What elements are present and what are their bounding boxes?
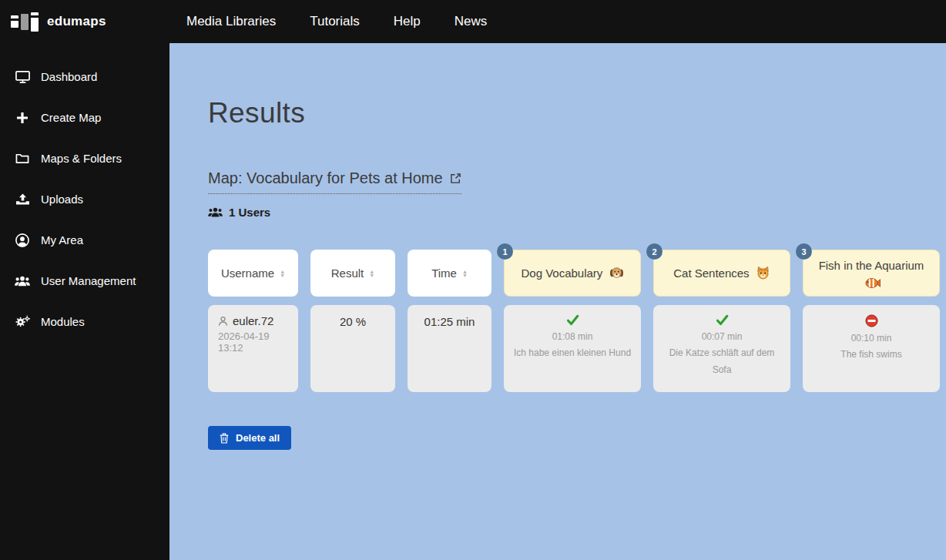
- brand-name: edumaps: [47, 14, 106, 29]
- task-time-value: 00:07 min: [702, 331, 743, 342]
- task-time-value: 01:08 min: [552, 331, 593, 342]
- delete-all-label: Delete all: [236, 432, 280, 444]
- map-link[interactable]: Map: Vocabulary for Pets at Home: [208, 169, 461, 194]
- sidebar-item-label: My Area: [41, 233, 83, 246]
- users-icon: [208, 206, 223, 218]
- sidebar-item-uploads[interactable]: Uploads: [0, 179, 169, 220]
- sort-icon: ▲ ▼: [462, 270, 468, 277]
- top-nav-menu: Media Libraries Tutorials Help News: [186, 0, 487, 43]
- task-answer-value: Die Katze schläft auf dem Sofa: [663, 344, 781, 378]
- task-title-label: Cat Sentences: [673, 267, 749, 280]
- sidebar-item-label: Create Map: [41, 111, 101, 124]
- brand-logo[interactable]: edumaps: [11, 0, 106, 43]
- check-icon: [716, 314, 729, 326]
- cat-emoji-icon: [756, 266, 770, 280]
- nav-item-news[interactable]: News: [455, 14, 488, 29]
- cell-task-2: 00:07 min Die Katze schläft auf dem Sofa: [653, 305, 790, 392]
- delete-all-button[interactable]: Delete all: [208, 426, 291, 450]
- nav-item-help[interactable]: Help: [394, 14, 421, 29]
- task-title-label: Dog Vocabulary: [521, 267, 602, 280]
- sidebar-item-label: Maps & Folders: [41, 152, 122, 165]
- cell-time: 01:25 min: [408, 305, 491, 392]
- cell-task-1: 01:08 min Ich habe einen kleinen Hund: [504, 305, 641, 392]
- column-header-task-2: 2 Cat Sentences: [653, 250, 790, 297]
- task-answer-value: Ich habe einen kleinen Hund: [514, 344, 631, 361]
- upload-icon: [14, 193, 31, 205]
- cell-username: euler.72 2026-04-19 13:12: [208, 305, 298, 392]
- fish-emoji-icon: [865, 277, 881, 289]
- results-table: Username ▲ ▼ Result ▲ ▼ Time ▲ ▼ 1 Dog V…: [208, 250, 940, 392]
- sort-icon: ▲ ▼: [280, 270, 285, 277]
- column-header-time[interactable]: Time ▲ ▼: [408, 250, 491, 297]
- no-entry-icon: [865, 314, 878, 327]
- sort-icon: ▲ ▼: [369, 270, 374, 277]
- cogs-icon: [14, 315, 31, 329]
- time-value: 01:25 min: [424, 315, 475, 328]
- edumaps-logo-icon: [11, 10, 39, 33]
- column-header-label: Time: [431, 267, 457, 280]
- task-number-badge: 3: [796, 243, 812, 260]
- sidebar: Dashboard Create Map Maps & Folders Uplo…: [0, 43, 169, 560]
- dog-emoji-icon: [609, 266, 624, 280]
- sidebar-item-dashboard[interactable]: Dashboard: [0, 56, 169, 97]
- dashboard-icon: [14, 70, 31, 84]
- task-time-value: 00:10 min: [851, 333, 892, 344]
- task-answer-value: The fish swims: [840, 346, 901, 363]
- sidebar-item-label: Dashboard: [41, 70, 97, 83]
- column-header-task-1: 1 Dog Vocabulary: [504, 250, 641, 297]
- nav-item-media-libraries[interactable]: Media Libraries: [186, 14, 276, 29]
- sidebar-item-label: Uploads: [41, 193, 83, 206]
- result-value: 20 %: [340, 315, 366, 328]
- cell-task-3: 00:10 min The fish swims: [803, 305, 940, 392]
- nav-item-tutorials[interactable]: Tutorials: [310, 14, 360, 29]
- sidebar-item-label: User Management: [41, 274, 136, 287]
- plus-icon: [14, 112, 31, 124]
- column-header-task-3: 3 Fish in the Aquarium: [803, 250, 940, 297]
- sidebar-item-label: Modules: [41, 315, 85, 328]
- sidebar-item-user-management[interactable]: User Management: [0, 260, 169, 301]
- users-summary-label: 1 Users: [229, 206, 270, 219]
- external-link-icon: [450, 173, 461, 184]
- column-header-username[interactable]: Username ▲ ▼: [208, 250, 298, 297]
- column-header-label: Result: [331, 267, 364, 280]
- page-title: Results: [208, 97, 946, 129]
- users-icon: [14, 275, 31, 287]
- sidebar-item-modules[interactable]: Modules: [0, 301, 169, 342]
- date-value: 2026-04-19 13:12: [218, 330, 288, 354]
- task-number-badge: 2: [646, 243, 663, 260]
- sidebar-item-my-area[interactable]: My Area: [0, 220, 169, 260]
- trash-icon: [220, 433, 229, 444]
- sidebar-item-create-map[interactable]: Create Map: [0, 97, 169, 138]
- map-link-label: Map: Vocabulary for Pets at Home: [208, 169, 443, 187]
- check-icon: [566, 314, 579, 326]
- person-icon: [218, 316, 228, 326]
- task-title-label: Fish in the Aquarium: [819, 259, 924, 272]
- main-content: Results Map: Vocabulary for Pets at Home…: [169, 43, 946, 560]
- task-number-badge: 1: [497, 243, 513, 260]
- column-header-label: Username: [221, 267, 274, 280]
- username-value: euler.72: [233, 314, 273, 327]
- users-summary: 1 Users: [208, 206, 946, 219]
- top-navbar: edumaps Media Libraries Tutorials Help N…: [0, 0, 946, 43]
- column-header-result[interactable]: Result ▲ ▼: [310, 250, 395, 297]
- sidebar-item-maps-folders[interactable]: Maps & Folders: [0, 138, 169, 179]
- folder-icon: [14, 153, 31, 164]
- user-circle-icon: [14, 233, 31, 247]
- cell-result: 20 %: [310, 305, 395, 392]
